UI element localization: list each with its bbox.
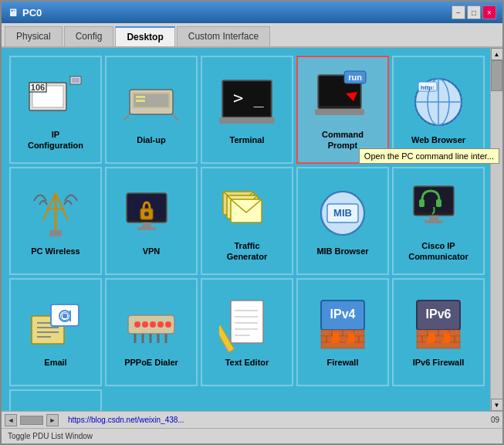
pppoe-image <box>123 297 179 352</box>
status-scroll-thumb[interactable] <box>20 416 43 425</box>
ipv6-firewall-image: IPv6 <box>411 297 466 352</box>
mib-browser-label: MIB Browser <box>316 246 368 256</box>
svg-rect-99 <box>417 342 460 348</box>
web-browser-image: http: <box>411 74 466 130</box>
status-url: https://blog.csdn.net/weixin_438... <box>68 416 184 424</box>
traffic-generator-image <box>219 180 275 236</box>
web-browser-icon[interactable]: http: Web Browser <box>392 56 485 164</box>
svg-rect-75 <box>231 301 263 343</box>
svg-text:IPv4: IPv4 <box>330 307 356 321</box>
pppoe-dialer-icon[interactable]: PPPoE Dialer <box>105 278 198 386</box>
bottom-bar-label: Toggle PDU List Window <box>8 432 93 440</box>
dialup-icon[interactable]: Dial-up <box>105 56 198 164</box>
svg-point-38 <box>144 212 149 216</box>
status-scroll-left[interactable]: ◄ <box>5 414 17 426</box>
status-page-num: 09 <box>491 416 499 424</box>
ip-configuration-icon[interactable]: 106 IPConfiguration <box>9 56 102 164</box>
vpn-label: VPN <box>143 246 161 256</box>
status-bar: ◄ ► https://blog.csdn.net/weixin_438... … <box>2 411 502 428</box>
svg-text:run: run <box>348 73 362 82</box>
svg-text:http:: http: <box>421 84 435 91</box>
command-prompt-icon[interactable]: run CommandPrompt <box>296 56 389 164</box>
svg-rect-22 <box>315 109 364 115</box>
ip-config-label: IPConfiguration <box>28 129 83 151</box>
ipv6-firewall-icon[interactable]: IPv6 <box>392 278 485 386</box>
window-icon: 🖥 <box>8 7 18 19</box>
cisco-ip-label: Cisco IPCommunicator <box>408 240 468 263</box>
title-bar-text: 🖥 PC0 <box>8 7 42 19</box>
close-button[interactable]: × <box>482 5 496 19</box>
email-label: Email <box>44 357 66 368</box>
dialup-label: Dial-up <box>137 134 165 145</box>
cisco-ip-image <box>411 180 466 236</box>
svg-text:MIB: MIB <box>333 207 352 219</box>
scroll-up-button[interactable]: ▲ <box>491 48 503 60</box>
ip-config-image: 106 <box>28 69 83 124</box>
terminal-icon[interactable]: > _ Terminal <box>201 56 293 164</box>
pc-wireless-icon[interactable]: PC Wireless <box>9 167 102 275</box>
email-icon[interactable]: @ Email <box>9 278 102 386</box>
command-prompt-image: run <box>315 69 370 124</box>
firewall-icon[interactable]: IPv4 <box>296 278 389 386</box>
svg-rect-98 <box>417 336 460 342</box>
scroll-down-button[interactable]: ▼ <box>491 399 503 411</box>
svg-rect-53 <box>425 220 443 223</box>
svg-rect-86 <box>321 336 364 342</box>
vpn-image <box>123 185 179 241</box>
tab-config[interactable]: Config <box>64 26 114 46</box>
minimize-button[interactable]: − <box>452 5 465 19</box>
svg-text:@: @ <box>60 311 69 321</box>
window-title: PC0 <box>22 7 42 19</box>
terminal-label: Terminal <box>229 134 264 145</box>
pc-wireless-image <box>28 185 83 241</box>
svg-rect-40 <box>137 227 156 230</box>
pie-chart-icon[interactable] <box>9 389 102 411</box>
text-editor-image <box>219 297 275 352</box>
text-editor-label: Text Editor <box>225 357 269 368</box>
svg-rect-9 <box>136 96 145 98</box>
svg-point-67 <box>150 321 156 328</box>
status-left: ◄ ► https://blog.csdn.net/weixin_438... <box>5 414 184 426</box>
svg-point-68 <box>157 321 164 328</box>
terminal-image: > _ <box>219 74 275 130</box>
email-image: @ <box>28 297 83 352</box>
status-scroll-right[interactable]: ► <box>46 414 59 426</box>
svg-point-66 <box>142 321 148 328</box>
mib-browser-icon[interactable]: MIB MIB Browser <box>296 167 389 275</box>
ipv6-firewall-label: IPv6 Firewall <box>413 357 465 368</box>
svg-rect-10 <box>136 100 145 102</box>
svg-line-31 <box>43 193 56 220</box>
title-bar-controls: − □ × <box>452 5 496 19</box>
vertical-scrollbar[interactable]: ▲ ▼ <box>490 48 502 411</box>
text-editor-icon[interactable]: Text Editor <box>201 278 293 386</box>
pppoe-label: PPPoE Dialer <box>124 357 178 368</box>
svg-rect-5 <box>72 78 79 83</box>
bottom-bar: Toggle PDU List Window <box>2 428 502 443</box>
svg-point-69 <box>165 321 171 328</box>
tab-bar: Physical Config Desktop Custom Interface <box>2 23 502 48</box>
command-prompt-label: CommandPrompt <box>322 129 364 151</box>
svg-rect-51 <box>436 199 441 207</box>
svg-text:106: 106 <box>31 83 45 92</box>
tab-desktop[interactable]: Desktop <box>115 26 174 46</box>
content-area: 106 IPConfiguration <box>2 48 502 411</box>
svg-line-12 <box>173 114 179 121</box>
vpn-icon[interactable]: VPN <box>105 167 198 275</box>
svg-rect-16 <box>219 117 275 124</box>
tab-physical[interactable]: Physical <box>5 26 63 46</box>
tab-custom-interface[interactable]: Custom Interface <box>177 26 270 46</box>
svg-text:IPv6: IPv6 <box>426 307 452 321</box>
cisco-ip-communicator-icon[interactable]: Cisco IPCommunicator <box>392 167 485 275</box>
firewall-image: IPv4 <box>315 297 370 352</box>
svg-rect-39 <box>142 222 151 227</box>
svg-rect-34 <box>49 230 62 236</box>
traffic-generator-label: TrafficGenerator <box>227 240 268 263</box>
svg-text:> _: > _ <box>233 88 264 107</box>
scroll-thumb[interactable] <box>491 60 502 91</box>
scroll-track[interactable] <box>491 60 502 399</box>
svg-point-65 <box>134 321 140 328</box>
maximize-button[interactable]: □ <box>467 5 481 19</box>
svg-line-11 <box>123 114 130 121</box>
tooltip: Open the PC command line inter... <box>359 148 499 164</box>
traffic-generator-icon[interactable]: TrafficGenerator <box>201 167 293 275</box>
